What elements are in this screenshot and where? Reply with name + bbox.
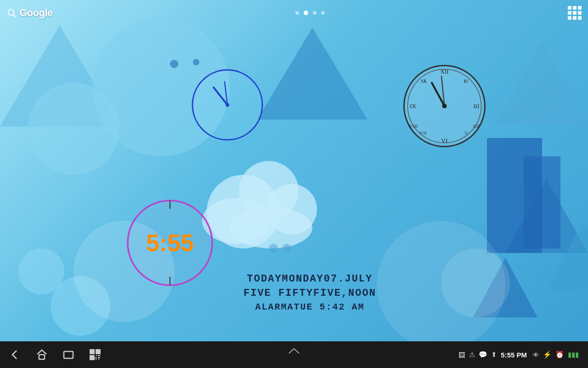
svg-point-0 <box>8 10 14 16</box>
analog-clock-roman: XII III VI IX II IIII XI VIII VII V I X <box>402 63 487 149</box>
svg-text:VIII: VIII <box>409 123 418 129</box>
google-logo: Google <box>19 7 53 19</box>
battery-icon: ▮▮▮ <box>568 351 579 359</box>
svg-text:VII: VII <box>419 130 427 136</box>
svg-line-1 <box>13 15 16 17</box>
svg-point-5 <box>226 103 229 107</box>
date-line: TODAYMONDAY07.JULY <box>243 273 376 285</box>
svg-text:IIII: IIII <box>473 123 480 129</box>
page-dot-3[interactable] <box>313 11 317 15</box>
svg-text:IX: IX <box>410 103 416 109</box>
center-nav-area <box>287 347 301 362</box>
svg-text:I: I <box>464 78 465 84</box>
nav-buttons <box>9 349 101 361</box>
dot-decoration <box>170 60 178 68</box>
grid-dot <box>573 16 577 20</box>
time-display: 5:55 PM <box>501 351 527 359</box>
status-bar: 🖼 ⚠ 💬 ⬆ 5:55 PM 👁 ⚡ ⏰ ▮▮▮ <box>458 351 579 359</box>
grid-dot <box>573 6 577 10</box>
search-icon <box>6 8 17 18</box>
eye-icon: 👁 <box>532 351 539 359</box>
chat-icon: 💬 <box>479 351 487 359</box>
gallery-icon: 🖼 <box>458 351 465 359</box>
grid-dot <box>568 6 571 10</box>
bottom-bar: 🖼 ⚠ 💬 ⬆ 5:55 PM 👁 ⚡ ⏰ ▮▮▮ <box>0 341 588 368</box>
qr-button[interactable] <box>89 349 101 361</box>
svg-text:5:55: 5:55 <box>146 230 194 256</box>
analog-clock-blue <box>191 68 264 142</box>
svg-rect-32 <box>91 351 93 353</box>
grid-dot <box>578 11 582 15</box>
digital-clock-widget: 5:55 <box>124 197 216 289</box>
upload-icon: ⬆ <box>491 351 497 359</box>
grid-dot <box>573 11 577 15</box>
rect-shape <box>524 156 560 248</box>
page-dot-2[interactable] <box>304 11 308 15</box>
svg-text:XII: XII <box>440 68 448 75</box>
circle-shape <box>28 83 119 175</box>
page-dot-1[interactable] <box>295 11 299 15</box>
warning-icon: ⚠ <box>469 351 475 359</box>
page-indicators <box>295 11 325 15</box>
recents-button[interactable] <box>62 349 74 361</box>
svg-point-22 <box>442 104 447 109</box>
grid-dot <box>568 16 571 20</box>
time-spoken-line: FIVE FIFTYFIVE,NOON <box>243 288 376 299</box>
svg-text:V: V <box>464 130 468 136</box>
svg-rect-33 <box>97 351 99 353</box>
dot-decoration <box>193 59 199 65</box>
triangle-shape <box>257 28 368 120</box>
grid-dot <box>578 16 582 20</box>
home-button[interactable] <box>36 349 48 361</box>
svg-text:VI: VI <box>441 137 448 144</box>
svg-text:III: III <box>474 103 480 109</box>
svg-text:X: X <box>423 78 427 84</box>
page-dot-4[interactable] <box>321 11 325 15</box>
clock-text-block: TODAYMONDAY07.JULY FIVE FIFTYFIVE,NOON A… <box>243 273 376 312</box>
top-bar: Google <box>0 0 588 26</box>
grid-dot <box>568 11 571 15</box>
glow-circle <box>377 221 505 350</box>
alarm-line: ALARMATUE 5:42 AM <box>243 302 376 312</box>
bluetooth-icon: ⚡ <box>543 351 552 359</box>
svg-rect-28 <box>64 351 73 358</box>
google-search-widget[interactable]: Google <box>6 7 53 19</box>
grid-dot <box>578 6 582 10</box>
svg-rect-27 <box>39 355 45 359</box>
svg-rect-34 <box>91 356 93 359</box>
back-button[interactable] <box>9 349 21 361</box>
apps-grid-button[interactable] <box>568 6 582 20</box>
alarm-status-icon: ⏰ <box>555 351 564 359</box>
triangle-shape <box>496 41 588 124</box>
wallpaper <box>0 0 588 368</box>
